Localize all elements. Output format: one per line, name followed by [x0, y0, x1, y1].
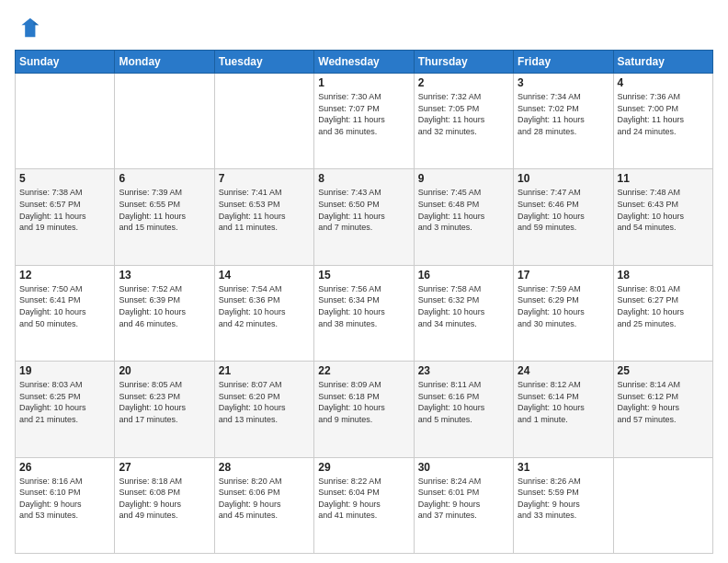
weekday-header-monday: Monday — [115, 51, 214, 74]
day-info: Sunrise: 7:41 AM Sunset: 6:53 PM Dayligh… — [219, 187, 310, 233]
day-number: 1 — [318, 76, 409, 89]
calendar-day-cell: 26Sunrise: 8:16 AM Sunset: 6:10 PM Dayli… — [16, 457, 115, 553]
day-info: Sunrise: 8:20 AM Sunset: 6:06 PM Dayligh… — [219, 476, 310, 522]
day-info: Sunrise: 7:36 AM Sunset: 7:00 PM Dayligh… — [618, 91, 709, 137]
logo — [15, 15, 44, 40]
calendar-day-cell: 19Sunrise: 8:03 AM Sunset: 6:25 PM Dayli… — [16, 362, 115, 457]
calendar-day-cell: 14Sunrise: 7:54 AM Sunset: 6:36 PM Dayli… — [214, 265, 313, 361]
day-info: Sunrise: 7:30 AM Sunset: 7:07 PM Dayligh… — [318, 91, 409, 137]
day-number: 17 — [518, 269, 609, 282]
day-number: 23 — [418, 364, 509, 377]
day-number: 16 — [418, 269, 509, 282]
calendar-day-cell: 20Sunrise: 8:05 AM Sunset: 6:23 PM Dayli… — [115, 362, 214, 457]
day-info: Sunrise: 7:52 AM Sunset: 6:39 PM Dayligh… — [119, 283, 210, 329]
calendar-day-cell: 22Sunrise: 8:09 AM Sunset: 6:18 PM Dayli… — [314, 362, 414, 457]
day-number: 6 — [119, 172, 210, 185]
day-info: Sunrise: 7:43 AM Sunset: 6:50 PM Dayligh… — [318, 187, 409, 233]
day-number: 12 — [19, 269, 110, 282]
day-info: Sunrise: 7:48 AM Sunset: 6:43 PM Dayligh… — [618, 187, 709, 233]
day-number: 20 — [119, 364, 210, 377]
day-info: Sunrise: 7:38 AM Sunset: 6:57 PM Dayligh… — [19, 187, 110, 233]
day-info: Sunrise: 8:05 AM Sunset: 6:23 PM Dayligh… — [119, 379, 210, 425]
calendar-table: SundayMondayTuesdayWednesdayThursdayFrid… — [15, 50, 713, 554]
day-number: 5 — [19, 172, 110, 185]
empty-cell — [115, 74, 214, 169]
day-number: 29 — [318, 461, 409, 474]
day-info: Sunrise: 8:07 AM Sunset: 6:20 PM Dayligh… — [219, 379, 310, 425]
calendar-day-cell: 4Sunrise: 7:36 AM Sunset: 7:00 PM Daylig… — [613, 74, 712, 169]
day-info: Sunrise: 8:03 AM Sunset: 6:25 PM Dayligh… — [19, 379, 110, 425]
day-info: Sunrise: 8:12 AM Sunset: 6:14 PM Dayligh… — [518, 379, 609, 425]
day-number: 21 — [219, 364, 310, 377]
calendar-day-cell: 30Sunrise: 8:24 AM Sunset: 6:01 PM Dayli… — [414, 457, 513, 553]
day-info: Sunrise: 8:14 AM Sunset: 6:12 PM Dayligh… — [618, 379, 709, 425]
svg-marker-0 — [21, 18, 39, 38]
calendar-week-row: 5Sunrise: 7:38 AM Sunset: 6:57 PM Daylig… — [16, 169, 713, 265]
day-number: 13 — [119, 269, 210, 282]
day-info: Sunrise: 7:32 AM Sunset: 7:05 PM Dayligh… — [418, 91, 509, 137]
calendar-week-row: 19Sunrise: 8:03 AM Sunset: 6:25 PM Dayli… — [16, 362, 713, 457]
day-number: 14 — [219, 269, 310, 282]
day-info: Sunrise: 7:59 AM Sunset: 6:29 PM Dayligh… — [518, 283, 609, 329]
logo-icon — [15, 15, 40, 40]
empty-cell — [214, 74, 313, 169]
day-info: Sunrise: 7:58 AM Sunset: 6:32 PM Dayligh… — [418, 283, 509, 329]
calendar-day-cell: 6Sunrise: 7:39 AM Sunset: 6:55 PM Daylig… — [115, 169, 214, 265]
calendar-day-cell: 18Sunrise: 8:01 AM Sunset: 6:27 PM Dayli… — [613, 265, 712, 361]
calendar-day-cell: 13Sunrise: 7:52 AM Sunset: 6:39 PM Dayli… — [115, 265, 214, 361]
day-info: Sunrise: 8:09 AM Sunset: 6:18 PM Dayligh… — [318, 379, 409, 425]
day-number: 3 — [518, 76, 609, 89]
day-number: 8 — [318, 172, 409, 185]
day-number: 26 — [19, 461, 110, 474]
day-number: 28 — [219, 461, 310, 474]
calendar-week-row: 12Sunrise: 7:50 AM Sunset: 6:41 PM Dayli… — [16, 265, 713, 361]
day-info: Sunrise: 8:16 AM Sunset: 6:10 PM Dayligh… — [19, 476, 110, 522]
day-info: Sunrise: 7:50 AM Sunset: 6:41 PM Dayligh… — [19, 283, 110, 329]
day-number: 18 — [618, 269, 709, 282]
weekday-header-tuesday: Tuesday — [214, 51, 313, 74]
weekday-header-sunday: Sunday — [16, 51, 115, 74]
calendar-day-cell: 11Sunrise: 7:48 AM Sunset: 6:43 PM Dayli… — [613, 169, 712, 265]
day-number: 4 — [618, 76, 709, 89]
day-number: 27 — [119, 461, 210, 474]
calendar-day-cell: 7Sunrise: 7:41 AM Sunset: 6:53 PM Daylig… — [214, 169, 313, 265]
day-info: Sunrise: 8:26 AM Sunset: 5:59 PM Dayligh… — [518, 476, 609, 522]
day-info: Sunrise: 7:34 AM Sunset: 7:02 PM Dayligh… — [518, 91, 609, 137]
day-info: Sunrise: 8:22 AM Sunset: 6:04 PM Dayligh… — [318, 476, 409, 522]
day-info: Sunrise: 7:54 AM Sunset: 6:36 PM Dayligh… — [219, 283, 310, 329]
calendar-week-row: 26Sunrise: 8:16 AM Sunset: 6:10 PM Dayli… — [16, 457, 713, 553]
calendar-day-cell: 9Sunrise: 7:45 AM Sunset: 6:48 PM Daylig… — [414, 169, 513, 265]
day-number: 19 — [19, 364, 110, 377]
day-info: Sunrise: 8:11 AM Sunset: 6:16 PM Dayligh… — [418, 379, 509, 425]
day-number: 11 — [618, 172, 709, 185]
calendar-day-cell: 10Sunrise: 7:47 AM Sunset: 6:46 PM Dayli… — [514, 169, 613, 265]
calendar-day-cell: 16Sunrise: 7:58 AM Sunset: 6:32 PM Dayli… — [414, 265, 513, 361]
day-number: 15 — [318, 269, 409, 282]
day-info: Sunrise: 7:45 AM Sunset: 6:48 PM Dayligh… — [418, 187, 509, 233]
calendar-day-cell: 28Sunrise: 8:20 AM Sunset: 6:06 PM Dayli… — [214, 457, 313, 553]
day-info: Sunrise: 8:24 AM Sunset: 6:01 PM Dayligh… — [418, 476, 509, 522]
calendar-day-cell: 29Sunrise: 8:22 AM Sunset: 6:04 PM Dayli… — [314, 457, 414, 553]
calendar-day-cell: 27Sunrise: 8:18 AM Sunset: 6:08 PM Dayli… — [115, 457, 214, 553]
calendar-day-cell: 2Sunrise: 7:32 AM Sunset: 7:05 PM Daylig… — [414, 74, 513, 169]
day-number: 24 — [518, 364, 609, 377]
empty-cell — [16, 74, 115, 169]
calendar-day-cell: 1Sunrise: 7:30 AM Sunset: 7:07 PM Daylig… — [314, 74, 414, 169]
calendar-day-cell: 21Sunrise: 8:07 AM Sunset: 6:20 PM Dayli… — [214, 362, 313, 457]
calendar-day-cell: 3Sunrise: 7:34 AM Sunset: 7:02 PM Daylig… — [514, 74, 613, 169]
calendar-header-row: SundayMondayTuesdayWednesdayThursdayFrid… — [16, 51, 713, 74]
calendar-day-cell: 5Sunrise: 7:38 AM Sunset: 6:57 PM Daylig… — [16, 169, 115, 265]
calendar-day-cell: 31Sunrise: 8:26 AM Sunset: 5:59 PM Dayli… — [514, 457, 613, 553]
day-info: Sunrise: 8:18 AM Sunset: 6:08 PM Dayligh… — [119, 476, 210, 522]
calendar-day-cell: 12Sunrise: 7:50 AM Sunset: 6:41 PM Dayli… — [16, 265, 115, 361]
day-info: Sunrise: 7:47 AM Sunset: 6:46 PM Dayligh… — [518, 187, 609, 233]
calendar-day-cell: 24Sunrise: 8:12 AM Sunset: 6:14 PM Dayli… — [514, 362, 613, 457]
day-info: Sunrise: 8:01 AM Sunset: 6:27 PM Dayligh… — [618, 283, 709, 329]
day-number: 7 — [219, 172, 310, 185]
calendar-week-row: 1Sunrise: 7:30 AM Sunset: 7:07 PM Daylig… — [16, 74, 713, 169]
calendar-day-cell: 25Sunrise: 8:14 AM Sunset: 6:12 PM Dayli… — [613, 362, 712, 457]
day-info: Sunrise: 7:56 AM Sunset: 6:34 PM Dayligh… — [318, 283, 409, 329]
day-number: 10 — [518, 172, 609, 185]
day-number: 31 — [518, 461, 609, 474]
page-header — [15, 15, 713, 40]
